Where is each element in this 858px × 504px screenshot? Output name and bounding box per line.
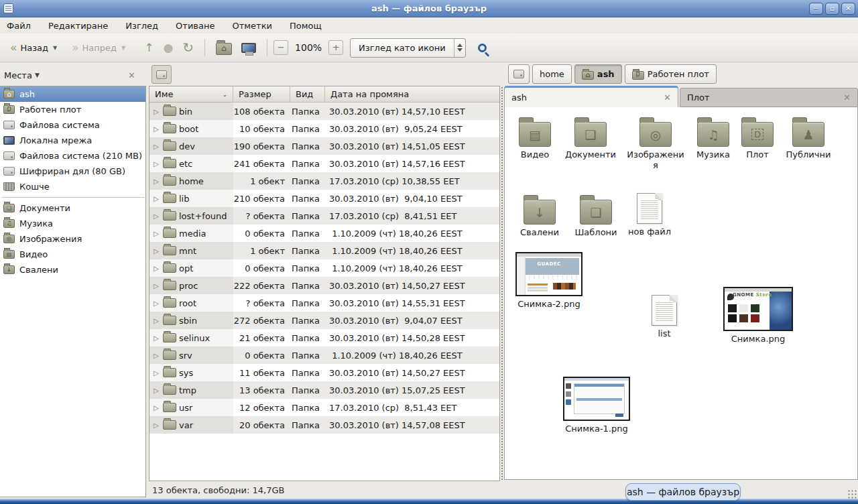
table-row[interactable]: ▷ srv 0 обекта Папка 1.10.2009 (чт) 18,4… [149,346,499,364]
computer-button[interactable] [237,40,261,56]
file-icon-Видео[interactable]: ▤ Видео [506,115,564,160]
zoom-out-button[interactable]: − [273,40,288,55]
table-row[interactable]: ▷ home 1 обект Папка 17.03.2010 (ср) 10,… [149,172,499,190]
menu-view[interactable]: Изглед [125,19,166,33]
expander-icon[interactable]: ▷ [152,334,160,342]
breadcrumb-home[interactable]: home [532,64,572,84]
column-header-type[interactable]: Вид [290,86,325,102]
sidebar-item-filesystem[interactable]: Файлова система [0,117,145,133]
sidebar-item-trash[interactable]: Кошче [0,179,145,194]
forward-dropdown-icon[interactable]: ▼ [121,45,125,51]
expander-icon[interactable]: ▷ [152,404,160,412]
tab-ash[interactable]: ash ✕ [504,86,678,107]
stop-button[interactable]: ● [158,39,178,56]
file-icon-Снимка.png[interactable]: GNOME Store Снимка.png [721,287,796,344]
up-button[interactable]: ↑ [139,39,158,56]
taskbar-window-button[interactable]: ash — файлов браузър [625,483,741,501]
file-icon-Плот[interactable]: D Плот [731,115,784,160]
zoom-in-button[interactable]: + [328,40,343,55]
sidebar-item-video[interactable]: Видео [0,247,145,262]
expander-icon[interactable]: ▷ [152,369,160,377]
expander-icon[interactable]: ▷ [152,282,160,290]
tab-close-icon[interactable]: ✕ [843,92,851,103]
file-icon-list[interactable]: list [637,295,691,339]
sidebar-item-music[interactable]: Музика [0,216,145,231]
table-row[interactable]: ▷ dev 190 обекта Папка 30.03.2010 (вт) 1… [149,137,499,155]
sidebar-item-network[interactable]: Локална мрежа [0,133,145,148]
minimize-button[interactable]: ─ [809,3,823,15]
sidebar-item-desktop[interactable]: Работен плот [0,102,145,117]
home-button[interactable] [211,38,237,58]
column-header-date[interactable]: Дата на промяна [325,86,499,102]
sidebar-item-filesystem-210[interactable]: Файлова система (210 MB) [0,148,145,164]
table-row[interactable]: ▷ media 0 обекта Папка 1.10.2009 (чт) 18… [149,225,499,242]
column-header-name[interactable]: Име ⌄ [149,86,233,102]
file-icon-Шаблони[interactable]: ❏ Шаблони [566,193,625,238]
file-icon-Свалени[interactable]: ↓ Свалени [510,193,569,238]
table-row[interactable]: ▷ proc 222 обекта Папка 30.03.2010 (вт) … [149,277,499,294]
expander-icon[interactable]: ▷ [152,247,160,255]
search-icon[interactable] [478,44,487,52]
sidebar-close-icon[interactable]: ✕ [128,70,135,80]
expander-icon[interactable]: ▷ [152,108,160,115]
expander-icon[interactable]: ▷ [152,160,160,168]
expander-icon[interactable]: ▷ [152,352,160,359]
expander-icon[interactable]: ▷ [152,143,160,150]
file-icon-Изображения[interactable]: ◎ Изображения [627,115,684,172]
view-mode-stepper-icon[interactable] [454,39,465,57]
menu-edit[interactable]: Редактиране [48,19,116,33]
expander-icon[interactable]: ▷ [152,178,160,185]
breadcrumb-root-button[interactable] [508,64,530,84]
expander-icon[interactable]: ▷ [152,125,160,133]
view-mode-select[interactable]: Изглед като икони [350,38,466,58]
tab-plot[interactable]: Плот ✕ [680,88,858,107]
table-row[interactable]: ▷ lib 210 обекта Папка 30.03.2010 (вт) 9… [149,190,499,207]
table-row[interactable]: ▷ var 20 обекта Папка 30.03.2010 (вт) 14… [149,416,499,434]
expander-icon[interactable]: ▷ [152,230,160,237]
sidebar-item-encrypted-80[interactable]: Шифриран дял (80 GB) [0,164,145,179]
sidebar-mode-select[interactable]: Места [4,70,32,80]
back-dropdown-icon[interactable]: ▼ [53,45,57,51]
table-row[interactable]: ▷ etc 241 обекта Папка 30.03.2010 (вт) 1… [149,155,499,172]
expander-icon[interactable]: ▷ [152,422,160,429]
close-button[interactable]: ✕ [841,3,855,15]
file-icon-Публични[interactable]: ♟ Публични [778,115,839,160]
expander-icon[interactable]: ▷ [152,387,160,394]
sidebar-item-downloads[interactable]: Свалени [0,262,145,277]
breadcrumb-desktop[interactable]: Работен плот [625,64,717,84]
table-row[interactable]: ▷ sys 11 обекта Папка 30.03.2010 (вт) 14… [149,364,499,381]
expander-icon[interactable]: ▷ [152,265,160,272]
table-row[interactable]: ▷ boot 10 обекта Папка 30.03.2010 (вт) 9… [149,120,499,137]
maximize-button[interactable]: ▫ [825,3,839,15]
expander-icon[interactable]: ▷ [152,300,160,307]
forward-button[interactable]: » Напред ▼ [67,40,130,56]
expander-icon[interactable]: ▷ [152,212,160,220]
pane-splitter[interactable] [499,86,504,481]
table-row[interactable]: ▷ mnt 1 обект Папка 1.10.2009 (чт) 18,40… [149,242,499,259]
file-icon-нов-файл[interactable]: нов файл [621,193,678,237]
menu-help[interactable]: Помощ [290,19,330,33]
tab-close-icon[interactable]: ✕ [664,92,671,103]
table-row[interactable]: ▷ usr 12 обекта Папка 17.03.2010 (ср) 8,… [149,399,499,416]
table-row[interactable]: ▷ lost+found ? обекта Папка 17.03.2010 (… [149,207,499,225]
titlebar[interactable]: ash — файлов браузър ─ ▫ ✕ [0,0,858,17]
menu-bookmarks[interactable]: Отметки [232,19,280,33]
left-pane-root-button[interactable] [151,65,172,84]
breadcrumb-ash[interactable]: ash [574,64,622,84]
table-row[interactable]: ▷ tmp 13 обекта Папка 30.03.2010 (вт) 15… [149,381,499,399]
table-row[interactable]: ▷ sbin 272 обекта Папка 30.03.2010 (вт) … [149,312,499,329]
column-header-size[interactable]: Размер [233,86,290,102]
sidebar-item-documents[interactable]: Документи [0,200,145,216]
table-row[interactable]: ▷ selinux 21 обекта Папка 30.03.2010 (вт… [149,329,499,346]
table-row[interactable]: ▷ root ? обекта Папка 30.03.2010 (вт) 14… [149,294,499,312]
table-row[interactable]: ▷ bin 108 обекта Папка 30.03.2010 (вт) 1… [149,103,499,120]
sidebar-item-images[interactable]: Изображения [0,231,145,247]
file-icon-Снимка-1.png[interactable]: Снимка-1.png [560,377,633,434]
menu-file[interactable]: Файл [7,19,39,33]
chevron-down-icon[interactable]: ▼ [35,72,40,78]
file-icon-Снимка-2.png[interactable]: GUADEC Снимка-2.png [514,252,584,310]
back-button[interactable]: « Назад ▼ [5,40,62,56]
reload-button[interactable]: ↻ [178,39,198,56]
file-icon-Документи[interactable]: ❏ Документи [561,115,620,160]
expander-icon[interactable]: ▷ [152,317,160,324]
